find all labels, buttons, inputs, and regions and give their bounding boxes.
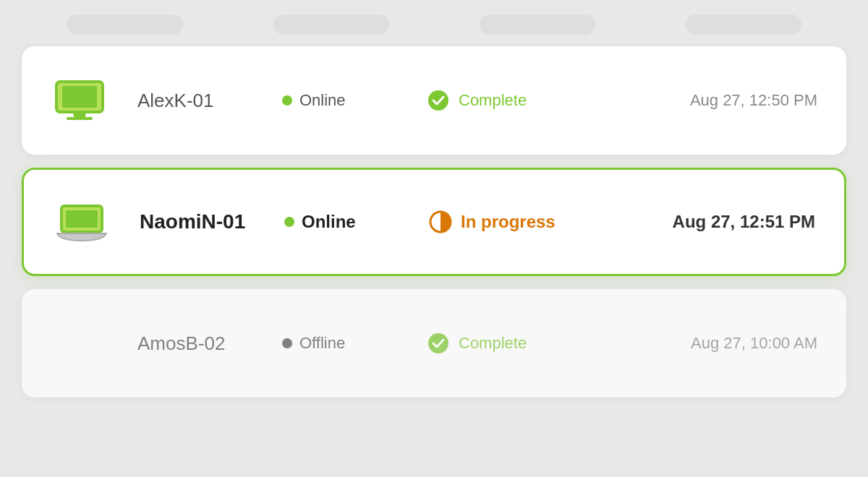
device-name-alex: AlexK-01 (137, 90, 282, 112)
task-group-amos: Complete (427, 332, 615, 355)
task-label-naomi: In progress (461, 212, 556, 232)
device-icon-alex (51, 79, 109, 122)
task-label-alex: Complete (459, 91, 527, 110)
complete-icon-alex (427, 89, 450, 112)
status-group-naomi: Online (284, 212, 429, 232)
header-pill-1 (67, 14, 183, 35)
device-name-amos: AmosB-02 (137, 332, 282, 355)
device-card-naomi[interactable]: NaomiN-01 Online In progress Aug 27, 12:… (22, 168, 846, 276)
svg-rect-3 (67, 117, 93, 120)
timestamp-amos: Aug 27, 10:00 AM (615, 334, 817, 353)
status-text-amos: Offline (299, 334, 345, 353)
device-card-alex[interactable]: AlexK-01 Online Complete Aug 27, 12:50 P… (22, 46, 846, 155)
status-group-amos: Offline (282, 334, 427, 353)
task-group-naomi: In progress (429, 210, 617, 233)
complete-icon-amos (427, 332, 450, 355)
timestamp-alex: Aug 27, 12:50 PM (615, 91, 817, 110)
task-group-alex: Complete (427, 89, 615, 112)
header-pill-2 (273, 14, 389, 35)
svg-rect-6 (66, 210, 98, 228)
status-text-alex: Online (299, 91, 346, 110)
device-card-amos[interactable]: AmosB-02 Offline Complete Aug 27, 10:00 … (22, 289, 846, 398)
header-pill-3 (480, 14, 595, 35)
in-progress-icon-naomi (429, 210, 452, 233)
svg-rect-2 (74, 113, 85, 117)
device-icon-naomi (53, 200, 111, 244)
device-name-naomi: NaomiN-01 (140, 210, 284, 233)
status-dot-alex (282, 95, 292, 106)
svg-point-8 (428, 333, 448, 353)
status-dot-amos (282, 338, 292, 348)
timestamp-naomi: Aug 27, 12:51 PM (617, 212, 815, 232)
svg-rect-1 (62, 86, 97, 108)
status-text-naomi: Online (302, 212, 356, 232)
svg-point-4 (428, 90, 448, 111)
status-dot-naomi (284, 217, 294, 227)
header-bar (22, 14, 846, 35)
task-label-amos: Complete (459, 334, 527, 353)
status-group-alex: Online (282, 91, 427, 110)
header-pill-4 (686, 14, 801, 35)
